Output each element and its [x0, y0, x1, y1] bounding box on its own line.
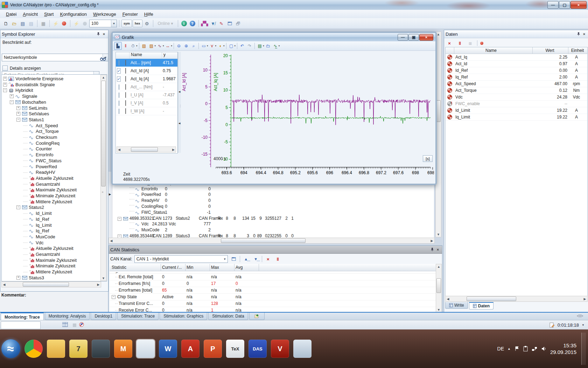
- start-measurement-icon[interactable]: ⚡: [52, 20, 59, 27]
- signal-row[interactable]: I_W [A]-: [116, 107, 177, 115]
- desktop-tab-stimulation-graphics[interactable]: Stimulation: Graphics: [160, 313, 207, 320]
- close-panel-icon[interactable]: ×: [581, 32, 587, 36]
- grafik-titlebar[interactable]: Grafik — ▣ ×: [113, 33, 435, 41]
- cursor-icon[interactable]: ◖: [217, 42, 224, 49]
- tree-expander[interactable]: +: [3, 83, 7, 87]
- x-span-icon[interactable]: ↔: [164, 42, 172, 49]
- chevron-down-icon[interactable]: ▼: [222, 255, 227, 263]
- save-icon[interactable]: ▤: [19, 20, 27, 27]
- filter-icon[interactable]: ▼̸: [209, 20, 217, 27]
- close-panel-icon[interactable]: ×: [435, 247, 441, 252]
- daten-row[interactable]: Act_Iq2.25A: [446, 54, 587, 61]
- tree-expander[interactable]: −: [16, 118, 20, 122]
- close-button[interactable]: ×: [570, 1, 587, 9]
- gear-icon[interactable]: ⚙: [143, 20, 151, 27]
- pause-icon[interactable]: ‖: [274, 255, 282, 263]
- desktop-tab-desktop1[interactable]: Desktop1: [91, 313, 116, 320]
- signal-color-swatch[interactable]: [125, 100, 126, 106]
- daten-hscrollbar[interactable]: ◀ ▶: [445, 296, 588, 302]
- tree-item[interactable]: ErrorInfo: [23, 152, 54, 158]
- stats-row[interactable]: Errorframes [fr/s]00170: [110, 280, 436, 287]
- tree-item[interactable]: Gesamtzahl: [23, 251, 60, 257]
- edit-list-icon[interactable]: 🗉: [467, 39, 474, 47]
- collapse-all-icon[interactable]: ▲͟: [242, 255, 250, 263]
- grafik-close-button[interactable]: ×: [419, 34, 433, 41]
- tree-item[interactable]: PowerRed: [23, 164, 57, 170]
- signal-row[interactable]: I_U [A]-7.437: [116, 91, 177, 99]
- signal-checkbox[interactable]: [119, 84, 119, 90]
- chrome-icon[interactable]: [24, 340, 43, 358]
- status-stop-icon[interactable]: [79, 322, 84, 328]
- signal-export-icon[interactable]: ∿̲: [272, 42, 279, 49]
- redo-icon[interactable]: ↷: [246, 42, 253, 49]
- tree-item[interactable]: +Vordefinierte Ereignisse: [3, 76, 63, 82]
- menu-hilfe[interactable]: Hilfe: [141, 11, 156, 18]
- pin-icon[interactable]: [576, 32, 581, 36]
- stats-col-1[interactable]: Current /...: [162, 265, 182, 270]
- signal-row[interactable]: ✓Act_Iq [A]1.9687: [116, 75, 177, 83]
- trace-horizontal-scrollbar[interactable]: ◀ ▶: [108, 238, 435, 244]
- das-icon[interactable]: DAS: [248, 340, 267, 358]
- daten-col-name[interactable]: Name: [456, 48, 526, 53]
- symbol-tree[interactable]: +Vordefinierte Ereignisse+Busstatistik S…: [1, 74, 107, 281]
- trace-signal-row[interactable]: FWC_Status-1-1: [108, 210, 434, 216]
- stats-row[interactable]: −Chip StateActiven/an/an/a: [110, 294, 436, 300]
- generator-icon[interactable]: ▦: [40, 20, 47, 27]
- signal-grid-hscrollbar[interactable]: ◀ ▶: [117, 146, 176, 152]
- tree-item[interactable]: −Status1: [16, 117, 44, 123]
- signal-checkbox[interactable]: ✓: [117, 76, 121, 82]
- tree-item[interactable]: Counter: [23, 146, 52, 152]
- chevron-down-icon[interactable]: ▼: [582, 323, 584, 327]
- tree-expander[interactable]: −: [118, 234, 121, 238]
- trace-signal-row[interactable]: ReadyHV00: [108, 198, 434, 204]
- signal-color-swatch[interactable]: [125, 60, 126, 66]
- stats-col-2[interactable]: Min: [187, 265, 193, 270]
- signal-color-swatch[interactable]: [125, 108, 126, 114]
- trace-config-icon[interactable]: ▞▚: [201, 20, 209, 27]
- tree-expander[interactable]: −: [118, 217, 121, 221]
- tree-item[interactable]: Id_Limit: [23, 210, 52, 216]
- report-icon[interactable]: 🗔: [230, 255, 238, 263]
- tree-item[interactable]: −Status2: [16, 204, 44, 210]
- tree-item[interactable]: Id_Ref: [23, 216, 49, 222]
- record-dot-icon[interactable]: [480, 42, 483, 45]
- signal-color-swatch[interactable]: [125, 84, 126, 90]
- pin-icon[interactable]: [429, 247, 435, 252]
- menu-werkzeuge[interactable]: Werkzeuge: [90, 11, 119, 18]
- tree-item[interactable]: Maximale Zykluszeit: [23, 187, 77, 193]
- trace-signal-row[interactable]: Vdc24.2813Vdc777: [108, 222, 434, 227]
- signal-row[interactable]: ✓Act_Id [A]0.75: [116, 67, 177, 75]
- tree-expander[interactable]: −: [16, 205, 20, 209]
- signal-chart[interactable]: Act_Id [A]Act_Iq [A]-15-10-50510-10-5051…: [181, 52, 434, 181]
- tree-item[interactable]: ReadyHV: [23, 169, 55, 175]
- open-icon[interactable]: 🗁: [10, 20, 18, 27]
- stats-row[interactable]: Receive Error C...0n/a1n/a: [110, 307, 436, 312]
- trace-signal-row[interactable]: MuxCode22: [108, 227, 434, 233]
- stats-col-4[interactable]: Avg: [236, 265, 243, 270]
- tree-expander[interactable]: +: [10, 94, 14, 98]
- details-checkbox[interactable]: [2, 66, 8, 71]
- reset-icon[interactable]: ×: [264, 255, 272, 263]
- daten-row[interactable]: Act_Id0.97A: [446, 61, 587, 67]
- tex-icon[interactable]: TeX: [226, 340, 244, 358]
- record-icon[interactable]: [60, 20, 68, 27]
- can-channel-combo[interactable]: CAN 1 - Hybridkit ▼: [134, 255, 228, 263]
- tree-item[interactable]: Maximale Zykluszeit: [23, 257, 77, 263]
- daten-row[interactable]: Vdc24.28Vdc: [446, 94, 587, 101]
- layout-icon[interactable]: ▙: [114, 42, 122, 50]
- log-icon[interactable]: [550, 322, 555, 328]
- show-desktop-button[interactable]: [581, 333, 586, 365]
- daten-col-wert[interactable]: Wert: [532, 48, 567, 53]
- zoom-area-icon[interactable]: ⌕: [190, 42, 197, 49]
- grafik-signal-grid[interactable]: Name y Act... [rpm]471.5✓Act_Id [A]0.75✓…: [115, 52, 178, 154]
- chevron-down-icon[interactable]: ▼: [111, 20, 117, 27]
- daten-row[interactable]: Id_Limit19.22A: [446, 107, 587, 114]
- tree-expander[interactable]: +: [16, 106, 20, 110]
- tree-item[interactable]: Aktuelle Zykluszeit: [23, 245, 74, 251]
- trace-frame-row[interactable]: −4698.353321CAN 1273Status2CAN FrameRx88…: [108, 216, 434, 222]
- minimize-button[interactable]: —: [547, 1, 559, 9]
- tree-expander[interactable]: +: [3, 77, 7, 81]
- measure-icon[interactable]: ⏱: [130, 42, 136, 49]
- hex-toggle[interactable]: hex: [133, 20, 142, 27]
- tree-item[interactable]: Iq_Limit: [23, 222, 52, 228]
